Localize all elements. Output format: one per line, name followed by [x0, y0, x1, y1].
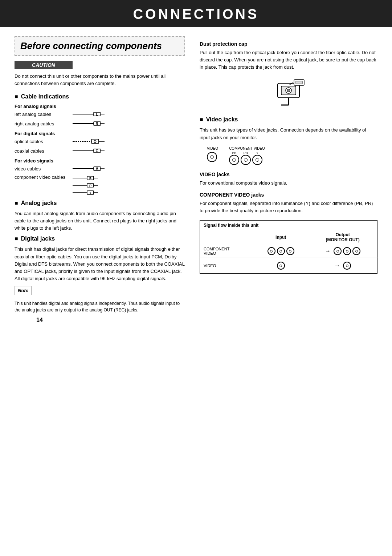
- cable-label-component: component video cables: [15, 174, 73, 180]
- video-output-jack: [343, 262, 351, 270]
- component-jack-pr-inner: [244, 158, 248, 162]
- table-row: COMPONENTVIDEO →: [200, 245, 377, 258]
- digital-group-title: For digital signals: [15, 131, 185, 136]
- signal-flow-output-header: Output (MONITOR OUT): [308, 230, 377, 245]
- video-jack-inner: [210, 155, 214, 159]
- output-jack-2: [343, 247, 351, 255]
- dust-cap-text: Pull out the cap from the optical jack b…: [200, 49, 377, 71]
- dust-cap-illustration: [200, 76, 377, 110]
- digital-jacks-heading: Digital jacks: [15, 235, 185, 242]
- arrow-component: →: [325, 248, 331, 254]
- cable-svg-left: L: [73, 110, 105, 118]
- caution-text: Do not connect this unit or other compon…: [15, 73, 185, 87]
- arrow-video: →: [334, 262, 340, 269]
- video-input-jack-inner: [279, 265, 282, 267]
- video-output-jack-inner: [346, 265, 348, 267]
- cable-icon-optical: O: [73, 138, 105, 145]
- component-jack-y-inner: [256, 158, 259, 162]
- input-jack-1: [268, 247, 275, 255]
- before-connecting-box: Before connecting components: [15, 36, 185, 56]
- video-jacks-sub-heading: VIDEO jacks: [200, 172, 377, 177]
- video-row-output: →: [308, 258, 377, 274]
- component-row-type: COMPONENTVIDEO: [200, 245, 254, 258]
- output-jack-3: [352, 247, 360, 255]
- analog-jacks-heading: Analog jacks: [15, 200, 185, 206]
- output-jack-3-inner: [355, 250, 358, 253]
- video-jack-icon: [207, 152, 217, 162]
- cable-label-right: right analog cables: [15, 121, 73, 126]
- cable-row-left: left analog cables L: [15, 110, 185, 118]
- svg-text:O: O: [94, 140, 97, 144]
- cable-row-video: video cables V: [15, 165, 185, 172]
- cable-icon-left: L: [73, 110, 105, 118]
- signal-flow-type-header: [200, 230, 254, 245]
- cable-svg-optical: O: [73, 138, 105, 145]
- table-row: VIDEO →: [200, 258, 377, 274]
- video-jacks-diagram: VIDEO COMPONENT VIDEO PB PR Y: [200, 146, 377, 165]
- video-jacks-heading: Video jacks: [200, 116, 377, 123]
- page-header: CONNECTIONS: [0, 0, 392, 27]
- analog-jacks-text: You can input analog signals from audio …: [15, 210, 185, 232]
- cable-label-video: video cables: [15, 166, 73, 172]
- svg-rect-55: [296, 81, 302, 84]
- video-group-title: For video signals: [15, 158, 185, 164]
- caution-label: CAUTION: [15, 61, 73, 69]
- cable-icon-coaxial: C: [73, 147, 105, 154]
- video-row-input: [253, 258, 308, 274]
- component-video-label: COMPONENT VIDEO: [229, 146, 265, 150]
- before-connecting-title: Before connecting components: [20, 40, 162, 51]
- input-jack-2: [277, 247, 285, 255]
- output-jack-1: [334, 247, 342, 255]
- video-row-type: VIDEO: [200, 258, 254, 274]
- y-label: Y: [252, 151, 262, 155]
- cable-icon-right: R: [73, 120, 105, 127]
- svg-text:P: P: [89, 177, 91, 180]
- digital-jacks-text: This unit has digital jacks for direct t…: [15, 246, 185, 282]
- pr-label: PR: [241, 151, 251, 155]
- video-jack-label: VIDEO: [207, 146, 218, 150]
- svg-text:R: R: [95, 122, 98, 126]
- component-jack-pb-inner: [232, 158, 236, 162]
- component-jack-pb: [229, 155, 239, 165]
- cable-label-coaxial: coaxial cables: [15, 148, 73, 154]
- input-label: Input: [275, 235, 286, 240]
- cable-label-left: left analog cables: [15, 112, 73, 117]
- input-jack-3-inner: [289, 250, 291, 253]
- video-jacks-text: This unit has two types of video jacks. …: [200, 126, 377, 141]
- cable-svg-coaxial: C: [73, 147, 105, 154]
- note-text: This unit handles digital and analog sig…: [15, 300, 185, 313]
- cable-row-right: right analog cables R: [15, 120, 185, 127]
- pb-label: PB: [229, 151, 239, 155]
- svg-text:V: V: [96, 167, 98, 171]
- component-jack-y: [252, 155, 262, 165]
- output-jack-2-inner: [346, 250, 348, 253]
- input-jack-3: [286, 247, 294, 255]
- svg-text:C: C: [95, 149, 98, 153]
- output-label: Output: [335, 232, 350, 237]
- signal-flow-input-header: Input: [253, 230, 308, 245]
- input-jack-2-inner: [279, 250, 282, 253]
- svg-text:Y: Y: [89, 191, 91, 195]
- cable-label-optical: optical cables: [15, 139, 73, 144]
- cable-row-coaxial: coaxial cables C: [15, 147, 185, 154]
- cable-svg-component: P P Y: [73, 174, 105, 196]
- cable-icon-video: V: [73, 165, 105, 172]
- cable-row-component: component video cables P P: [15, 174, 185, 196]
- note-box: Note: [15, 286, 32, 295]
- cable-row-optical: optical cables O: [15, 138, 185, 145]
- component-video-jack-group: COMPONENT VIDEO PB PR Y: [229, 146, 265, 165]
- svg-text:L: L: [96, 112, 98, 116]
- component-jack-labels-row: PB PR Y: [229, 151, 265, 155]
- right-column: Dust protection cap Pull out the cap fro…: [196, 36, 377, 313]
- component-row-output: →: [308, 245, 377, 258]
- note-container: Note This unit handles digital and analo…: [15, 286, 185, 313]
- dust-cap-heading: Dust protection cap: [200, 41, 377, 47]
- component-jacks-row: [229, 155, 265, 165]
- video-input-jack: [277, 262, 285, 270]
- component-jacks-heading: COMPONENT VIDEO jacks: [200, 192, 377, 198]
- cable-icon-component: P P Y: [73, 174, 105, 196]
- note-label: Note: [18, 288, 28, 293]
- video-jacks-sub-text: For conventional composite video signals…: [200, 180, 377, 187]
- left-column: Before connecting components CAUTION Do …: [15, 36, 196, 313]
- page-title: CONNECTIONS: [0, 7, 392, 22]
